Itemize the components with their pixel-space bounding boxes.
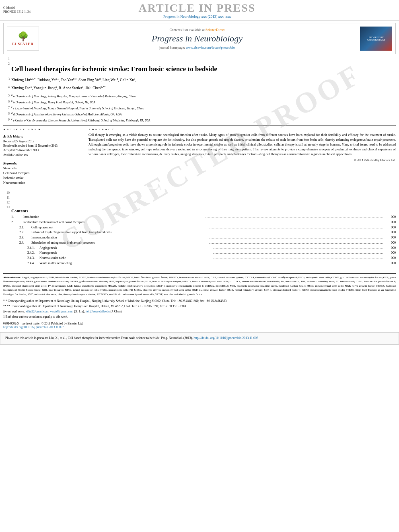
model-info: G Model PRONEU 1312 1–24 bbox=[3, 6, 31, 14]
toc-num-2: 2. bbox=[11, 220, 23, 225]
corresponding1-text: * Corresponding author at: Department of… bbox=[6, 299, 228, 303]
available-date: Available online xxx bbox=[3, 153, 84, 157]
toc-num-5: 2.3. bbox=[19, 235, 31, 240]
footnote-star2: ** bbox=[3, 304, 7, 308]
main-divider bbox=[3, 125, 396, 125]
toc-page-2: 000 bbox=[386, 220, 396, 225]
sciencedirect-link[interactable]: ScienceDirect bbox=[206, 28, 225, 32]
authors: Xinfeng Liua,1,*, Ruidong Yea,1, Tao Yan… bbox=[11, 77, 396, 83]
affiliations: 5 a a Department of Neurology, Jinling H… bbox=[3, 93, 396, 123]
email-label: E-mail addresses: bbox=[3, 310, 25, 313]
line-1: 1 bbox=[3, 57, 396, 61]
toc-num-3: 2.1. bbox=[19, 225, 31, 230]
cite-box: Please cite this article in press as: Li… bbox=[0, 332, 399, 345]
line-13: 13 Contents 1. Introduction 000 2. Resto… bbox=[3, 205, 396, 269]
keyword-1: Stem cells bbox=[3, 166, 84, 171]
abstract-text: Cell therapy is emerging as a viable the… bbox=[88, 133, 396, 157]
toc-item-7: 2.4.1. Angiogenesis 000 bbox=[11, 246, 396, 251]
line-10: 10 bbox=[3, 191, 396, 195]
line-num-7: 7 bbox=[3, 105, 11, 109]
journal-thumbnail: PROGRESS IN NEUROBIOLOGY bbox=[360, 27, 392, 51]
toc-num-1: 1. bbox=[11, 215, 23, 220]
toc-item-3: 2.1. Cell replacement 000 bbox=[11, 225, 396, 230]
affiliation-c: c c Department of Neurology, Tianjin Gen… bbox=[11, 105, 396, 111]
affil-c: c c Department of Neurology, Tianjin Gen… bbox=[11, 105, 396, 111]
email-line: E-mail addresses: xfliu2@gmail.com, yeru… bbox=[3, 309, 396, 314]
journal-center: Contents lists available at ScienceDirec… bbox=[39, 28, 355, 49]
issn-line: 0301-0082/$ – see front matter © 2013 Pu… bbox=[3, 322, 396, 329]
footnote-2: ** ** Corresponding author at: Departmen… bbox=[3, 304, 396, 309]
toc-num-4: 2.2. bbox=[19, 230, 31, 235]
accepted-date: Accepted 26 November 2013 bbox=[3, 148, 84, 152]
toc-dots-4 bbox=[209, 233, 385, 233]
keyword-3: Ischemic stroke bbox=[3, 176, 84, 181]
toc-label-8: Neurogenesis bbox=[39, 251, 211, 256]
footnotes: * * Corresponding author at: Department … bbox=[3, 299, 396, 319]
contents-title: Contents bbox=[11, 208, 396, 213]
article-info-label: A R T I C L E I N F O bbox=[3, 128, 84, 131]
email-note: (X. Liu), bbox=[74, 310, 84, 313]
cite-doi-link[interactable]: http://dx.doi.org/10.1016/j.pneurobio.20… bbox=[193, 336, 258, 340]
line-4-content: Xinying Fana, Yongjun Jianga, R. Anne St… bbox=[11, 85, 396, 92]
line-3-content: Xinfeng Liua,1,*, Ruidong Yea,1, Tao Yan… bbox=[11, 77, 396, 84]
article-in-press-label: ARTICLE IN PRESS bbox=[31, 2, 364, 14]
abstract-copyright: © 2013 Published by Elsevier Ltd. bbox=[88, 158, 396, 162]
toc-label-9: Neurovascular niche bbox=[39, 256, 211, 261]
toc-item-2: 2. Restorative mechanisms of cell-based … bbox=[11, 220, 396, 225]
toc-num-8: 2.4.2. bbox=[27, 251, 39, 256]
journal-link-top[interactable]: Progress in Neurobiology xxx (2013) xxx–… bbox=[31, 14, 364, 18]
keywords-divider bbox=[3, 159, 84, 159]
line-num-10: 10 bbox=[3, 191, 11, 195]
toc-page-10: 000 bbox=[386, 261, 396, 266]
abbreviations-section: Abbreviations: Ang-1, angiopoietin-1; BB… bbox=[3, 273, 396, 297]
affiliation-d: d d Department of Anesthesiology, Emory … bbox=[11, 111, 396, 117]
section-divider bbox=[3, 188, 396, 188]
email-note2: (J. Chen). bbox=[111, 310, 122, 313]
keywords-section: Keywords: Stem cells Cell-based therapie… bbox=[3, 162, 84, 185]
toc-label-4: Enhanced trophic/regenerative support fr… bbox=[31, 230, 207, 235]
affil-line-5: 5 a a Department of Neurology, Jinling H… bbox=[3, 93, 396, 99]
email3-link[interactable]: jieli@neuro.hfh.edu bbox=[86, 310, 110, 313]
toc-item-10: 2.4.4. White matter remodeling 000 bbox=[11, 261, 396, 266]
homepage-url[interactable]: www.elsevier.com/locate/pneurobio bbox=[186, 45, 235, 49]
equal-contrib-text: 1 Both these authors contributed equally… bbox=[3, 315, 68, 318]
affil-e: e e Center of Cerebrovascular Disease Re… bbox=[11, 117, 396, 123]
toc-page-3: 000 bbox=[386, 225, 396, 230]
toc-num-6: 2.4. bbox=[19, 240, 31, 246]
affil-a: a a Department of Neurology, Jinling Hos… bbox=[11, 93, 396, 99]
journal-title: Progress in Neurobiology bbox=[39, 33, 355, 44]
toc-item-1: 1. Introduction 000 bbox=[11, 215, 396, 220]
toc-num-9: 2.4.3. bbox=[27, 256, 39, 261]
line-12: 12 bbox=[3, 200, 396, 204]
line-num-4: 4 bbox=[3, 85, 11, 89]
line-num-1: 1 bbox=[3, 57, 11, 61]
revised-date: Received in revised form 11 November 201… bbox=[3, 144, 84, 148]
toc-page-7: 000 bbox=[386, 246, 396, 251]
toc-dots-10 bbox=[213, 264, 385, 264]
keywords-label: Keywords: bbox=[3, 162, 84, 165]
email1-link[interactable]: xfliu2@gmail.com bbox=[26, 310, 49, 313]
affiliation-b: b b Department of Neurology, Henry Ford … bbox=[11, 99, 396, 105]
toc-page-6: 000 bbox=[386, 240, 396, 246]
received-date: Received 27 August 2013 bbox=[3, 139, 84, 144]
page-wrapper: CORRECTED PROOF G Model PRONEU 1312 1–24… bbox=[0, 0, 399, 532]
toc-page-1: 000 bbox=[386, 215, 396, 220]
toc-label-3: Cell replacement bbox=[31, 225, 207, 230]
keyword-4: Neurorestoration bbox=[3, 181, 84, 185]
line-num-6: 6 bbox=[3, 99, 11, 103]
corresponding2-text: ** Corresponding author at: Department o… bbox=[7, 304, 187, 308]
line-num-8: 8 bbox=[3, 111, 11, 115]
toc-dots-7 bbox=[213, 249, 385, 249]
line-2: 2 Cell based therapies for ischemic stro… bbox=[3, 62, 396, 76]
doi-link[interactable]: http://dx.doi.org/10.1016/j.pneurobio.20… bbox=[3, 325, 64, 329]
journal-homepage: journal homepage: www.elsevier.com/locat… bbox=[39, 45, 355, 49]
affil-line-8: 8 d d Department of Anesthesiology, Emor… bbox=[3, 111, 396, 117]
email2-link[interactable]: yeruid@gmail.com bbox=[50, 310, 73, 313]
toc-label-5: Immunomodulation bbox=[31, 235, 207, 240]
line-num-3: 3 bbox=[3, 77, 11, 81]
toc-dots-2 bbox=[205, 223, 385, 223]
toc-item-4: 2.2. Enhanced trophic/regenerative suppo… bbox=[11, 230, 396, 235]
abbrev-text: Ang-1, angiopoietin-1; BBB, blood–brain … bbox=[3, 276, 396, 296]
line-num-9: 9 bbox=[3, 117, 11, 121]
line-num-5: 5 bbox=[3, 93, 11, 97]
